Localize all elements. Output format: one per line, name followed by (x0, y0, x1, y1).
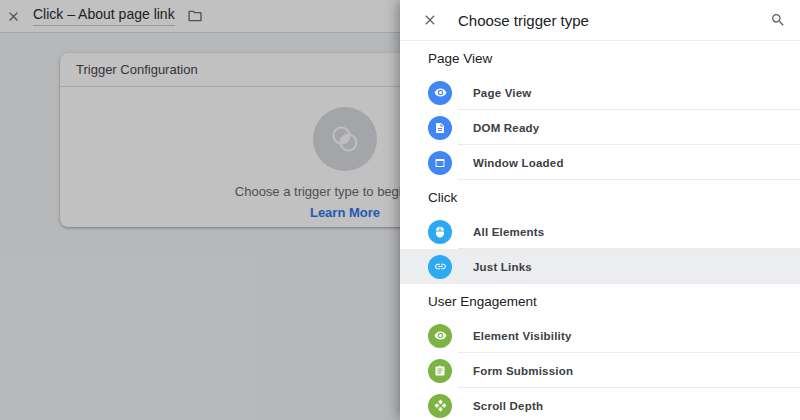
trigger-type-list: Page View Page View DOM Ready (400, 41, 800, 420)
trigger-item-just-links[interactable]: Just Links (400, 249, 800, 284)
form-icon (428, 359, 452, 383)
section-user-engagement: User Engagement Element Visibility Form … (400, 284, 800, 420)
document-icon (428, 116, 452, 140)
scroll-arrows-icon (428, 394, 452, 418)
eye-icon (428, 81, 452, 105)
panel-header: Choose trigger type (400, 0, 800, 41)
trigger-item-form-submission[interactable]: Form Submission (400, 353, 800, 388)
search-icon[interactable] (768, 10, 788, 30)
trigger-item-dom-ready[interactable]: DOM Ready (400, 110, 800, 145)
mouse-icon (428, 220, 452, 244)
trigger-item-label: DOM Ready (473, 122, 539, 134)
trigger-item-label: All Elements (473, 226, 544, 238)
trigger-item-label: Scroll Depth (473, 400, 543, 412)
section-page-view: Page View Page View DOM Ready (400, 41, 800, 180)
trigger-item-label: Window Loaded (473, 157, 564, 169)
trigger-item-label: Just Links (473, 261, 532, 273)
choose-trigger-type-panel: Choose trigger type Page View Page View (400, 0, 800, 420)
panel-close-icon[interactable] (420, 10, 440, 30)
trigger-item-window-loaded[interactable]: Window Loaded (400, 145, 800, 180)
trigger-item-label: Form Submission (473, 365, 573, 377)
eye-icon (428, 324, 452, 348)
link-icon (428, 255, 452, 279)
trigger-item-label: Page View (473, 87, 531, 99)
window-icon (428, 151, 452, 175)
trigger-item-scroll-depth[interactable]: Scroll Depth (400, 388, 800, 420)
trigger-item-element-visibility[interactable]: Element Visibility (400, 318, 800, 353)
section-label: User Engagement (400, 292, 800, 318)
section-label: Page View (400, 49, 800, 75)
panel-title: Choose trigger type (458, 12, 589, 29)
trigger-item-label: Element Visibility (473, 330, 572, 342)
section-label: Click (400, 188, 800, 214)
trigger-item-page-view[interactable]: Page View (400, 75, 800, 110)
trigger-item-all-elements[interactable]: All Elements (400, 214, 800, 249)
section-click: Click All Elements Just Links (400, 180, 800, 284)
gtm-trigger-screen: Click – About page link Trigger Configur… (0, 0, 800, 420)
